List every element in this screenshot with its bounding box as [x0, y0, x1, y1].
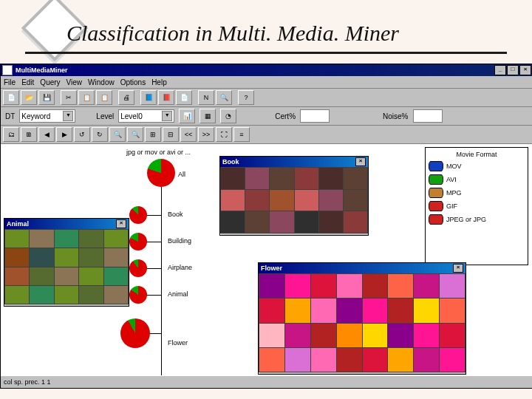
- menu-options[interactable]: Options: [120, 78, 146, 86]
- n-icon[interactable]: N: [198, 90, 214, 105]
- noise-label: Noise%: [383, 112, 408, 120]
- format-legend: Movie Format MOV AVI MPG GIF JPEG or JPG: [425, 147, 528, 265]
- tool-btn-next[interactable]: ▶: [56, 127, 72, 142]
- cert-input[interactable]: [300, 109, 330, 123]
- close-icon[interactable]: ×: [453, 264, 463, 273]
- open-icon[interactable]: 📂: [21, 90, 37, 105]
- node-book[interactable]: Book: [168, 211, 183, 218]
- title-underline: [25, 52, 507, 54]
- legend-jpg: JPEG or JPG: [446, 216, 486, 223]
- menu-help[interactable]: Help: [151, 78, 167, 86]
- tool-btn-list[interactable]: ≡: [233, 127, 250, 142]
- tool-btn-full[interactable]: ⛶: [216, 127, 232, 142]
- dt-dropdown[interactable]: Keyword▼: [19, 109, 75, 123]
- node-flower[interactable]: Flower: [168, 339, 188, 347]
- tree-trunk: [161, 187, 162, 379]
- book-panel-title: Book: [222, 158, 239, 166]
- menu-view[interactable]: View: [66, 78, 83, 86]
- tree-root-label: jpg or mov or avi or ...: [126, 149, 191, 156]
- cert-label: Cert%: [275, 112, 296, 120]
- app-window: MultiMediaMiner _ □ × File Edit Query Vi…: [0, 64, 532, 389]
- new-icon[interactable]: 📄: [3, 90, 19, 105]
- animal-panel[interactable]: Animal×: [4, 218, 129, 307]
- level-dropdown[interactable]: Level0▼: [118, 109, 174, 123]
- flower-panel-title: Flower: [261, 265, 282, 272]
- tool-btn-redo[interactable]: ↻: [92, 127, 108, 142]
- tool-btn-last[interactable]: >>: [198, 127, 214, 142]
- minimize-button[interactable]: _: [494, 65, 506, 75]
- book-red-icon[interactable]: 📕: [158, 90, 174, 105]
- animal-grid: [4, 229, 129, 304]
- menu-query[interactable]: Query: [40, 78, 60, 86]
- menu-file[interactable]: File: [4, 78, 16, 86]
- page-icon[interactable]: 📄: [176, 90, 192, 105]
- pie-flower[interactable]: [120, 318, 150, 348]
- tool-btn-undo[interactable]: ↺: [74, 127, 90, 142]
- tool-btn-first[interactable]: <<: [180, 127, 197, 142]
- flower-grid: [259, 273, 466, 372]
- node-building[interactable]: Building: [168, 237, 191, 245]
- paste-icon[interactable]: 📋: [96, 90, 112, 105]
- flower-panel[interactable]: Flower×: [258, 262, 466, 375]
- tool-btn-prev[interactable]: ◀: [38, 127, 55, 142]
- tool-btn-zoomin[interactable]: 🔍: [109, 127, 126, 142]
- legend-avi: AVI: [446, 176, 457, 183]
- animal-panel-title: Animal: [7, 220, 29, 228]
- legend-title: Movie Format: [429, 151, 525, 158]
- cyl-mov-icon: [429, 161, 443, 171]
- dt-label: DT: [5, 112, 15, 120]
- menu-window[interactable]: Window: [88, 78, 115, 86]
- main-toolbar: 📄 📂 💾 ✂ 📋 📋 🖨 📘 📕 📄 N 🔍 ?: [1, 89, 532, 107]
- save-icon[interactable]: 💾: [38, 90, 55, 105]
- tool-btn-zoomout[interactable]: 🔍: [127, 127, 143, 142]
- menu-bar: File Edit Query View Window Options Help: [1, 76, 532, 89]
- cyl-jpg-icon: [429, 214, 443, 225]
- tool-btn-0[interactable]: 🗂: [3, 127, 19, 142]
- noise-input[interactable]: [413, 109, 443, 123]
- copy-icon[interactable]: 📋: [78, 90, 95, 105]
- menu-edit[interactable]: Edit: [21, 78, 34, 86]
- maximize-button[interactable]: □: [507, 65, 519, 75]
- book-grid: [220, 167, 368, 233]
- pie-animal[interactable]: [129, 286, 147, 304]
- cyl-mpg-icon: [429, 188, 443, 198]
- book-blue-icon[interactable]: 📘: [140, 90, 157, 105]
- tool-btn-expand[interactable]: ⊞: [145, 127, 161, 142]
- status-bar: col sp. prec. 1 1: [1, 375, 532, 388]
- node-airplane[interactable]: Airplane: [168, 264, 192, 271]
- options-bar: DT Keyword▼ Level Level0▼ 📊 ▦ ◔ Cert% No…: [1, 107, 532, 126]
- close-button[interactable]: ×: [519, 65, 531, 75]
- chart-icon[interactable]: 📊: [179, 109, 195, 123]
- book-panel[interactable]: Book×: [219, 156, 369, 236]
- node-animal[interactable]: Animal: [168, 290, 188, 298]
- grid-icon[interactable]: ▦: [200, 109, 216, 123]
- tool-btn-1[interactable]: 🗎: [21, 127, 37, 142]
- pie-icon[interactable]: ◔: [220, 109, 236, 123]
- search-icon[interactable]: 🔍: [216, 90, 232, 105]
- slide-title: Classification in Multi. Media. Miner: [66, 21, 399, 46]
- cut-icon[interactable]: ✂: [61, 90, 77, 105]
- legend-mpg: MPG: [446, 189, 462, 197]
- pie-airplane[interactable]: [129, 259, 147, 277]
- status-left: col sp. prec. 1 1: [4, 378, 51, 386]
- close-icon[interactable]: ×: [355, 157, 366, 166]
- app-icon: [2, 65, 13, 75]
- help-icon[interactable]: ?: [238, 90, 254, 105]
- sub-toolbar: 🗂 🗎 ◀ ▶ ↺ ↻ 🔍 🔍 ⊞ ⊟ << >> ⛶ ≡: [1, 126, 532, 144]
- close-icon[interactable]: ×: [116, 219, 126, 228]
- cyl-avi-icon: [429, 174, 443, 185]
- pie-root[interactable]: [147, 159, 175, 187]
- cyl-gif-icon: [429, 201, 443, 211]
- window-title: MultiMediaMiner: [16, 66, 68, 74]
- legend-gif: GIF: [446, 202, 457, 210]
- pie-book[interactable]: [129, 206, 147, 224]
- chevron-down-icon: ▼: [162, 111, 172, 121]
- tree-canvas[interactable]: jpg or mov or avi or ... All Book Buildi…: [1, 144, 532, 381]
- pie-building[interactable]: [129, 233, 147, 250]
- window-titlebar[interactable]: MultiMediaMiner _ □ ×: [1, 64, 532, 76]
- chevron-down-icon: ▼: [63, 111, 73, 121]
- node-all[interactable]: All: [178, 171, 185, 178]
- legend-mov: MOV: [446, 163, 462, 170]
- tool-btn-collapse[interactable]: ⊟: [163, 127, 179, 142]
- print-icon[interactable]: 🖨: [118, 90, 134, 105]
